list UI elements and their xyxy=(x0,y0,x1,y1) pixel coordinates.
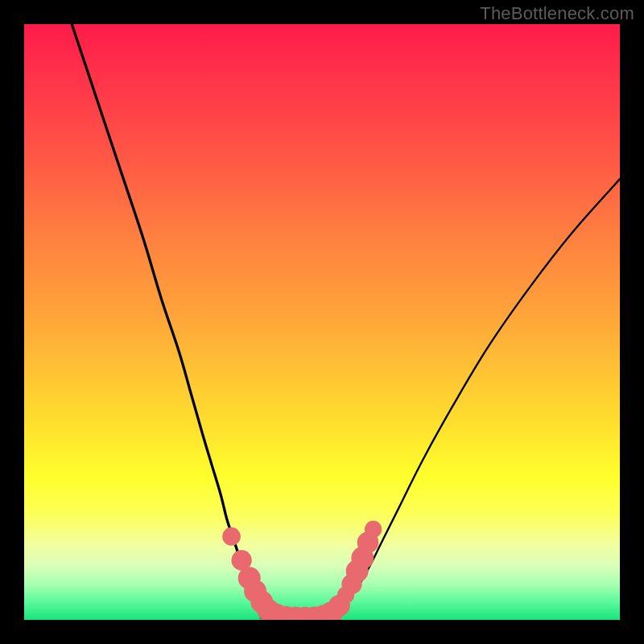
curve-marker xyxy=(365,521,382,538)
watermark-text: TheBottleneck.com xyxy=(480,3,634,24)
curve-markers xyxy=(222,521,382,620)
plot-area xyxy=(24,24,620,620)
curve-layer xyxy=(24,24,620,620)
curve-marker xyxy=(222,527,241,546)
bottleneck-curve xyxy=(72,24,620,619)
chart-frame: TheBottleneck.com xyxy=(0,0,644,644)
